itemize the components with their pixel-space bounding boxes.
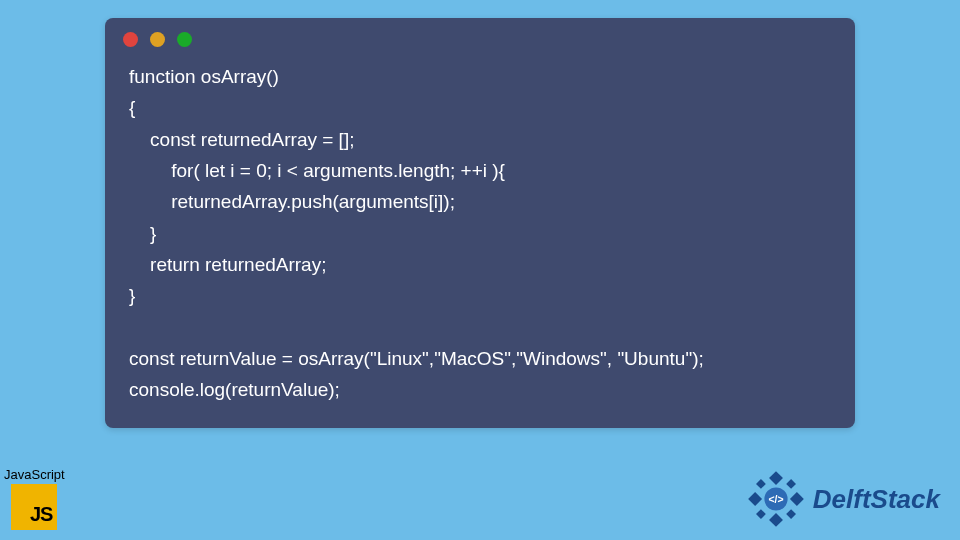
svg-marker-0 [769,471,783,485]
brand-footer: </> DelftStack [747,470,940,528]
maximize-icon [177,32,192,47]
svg-marker-2 [748,492,762,506]
svg-marker-4 [756,479,766,489]
svg-marker-1 [769,513,783,527]
window-titlebar [105,18,855,57]
delftstack-logo-icon: </> [747,470,805,528]
svg-marker-3 [790,492,804,506]
language-badge: JavaScript JS [4,467,65,530]
svg-text:</>: </> [768,494,783,505]
svg-marker-5 [786,479,796,489]
code-window: function osArray() { const returnedArray… [105,18,855,428]
brand-name: DelftStack [813,484,940,515]
language-label: JavaScript [4,467,65,482]
code-block: function osArray() { const returnedArray… [105,57,855,410]
close-icon [123,32,138,47]
minimize-icon [150,32,165,47]
javascript-logo-icon: JS [11,484,57,530]
svg-marker-6 [756,509,766,519]
svg-marker-7 [786,509,796,519]
js-logo-text: JS [30,503,52,526]
